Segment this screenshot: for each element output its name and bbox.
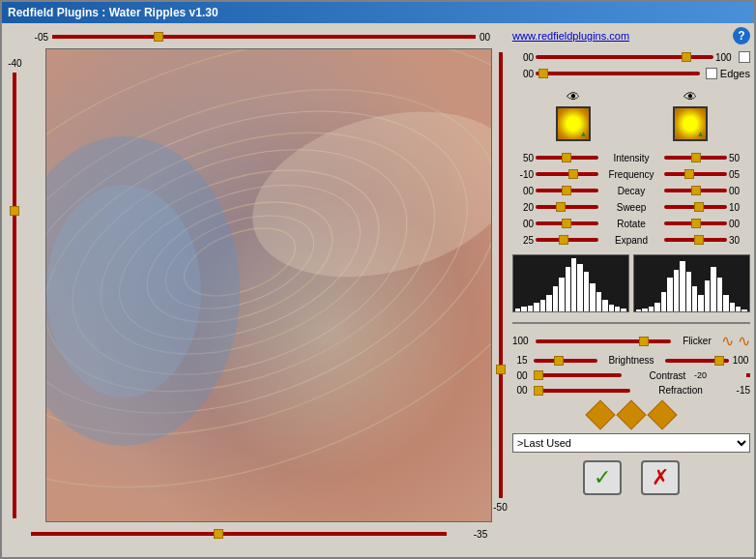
param-5-left: 25 [512,235,534,246]
brightness-thumb2[interactable] [714,356,724,366]
opacity-right-val: 100 [715,52,737,63]
bottom-slider-thumb[interactable] [214,529,223,539]
color-swatch-right[interactable] [673,106,708,141]
hist-bar [596,292,601,311]
param-4-thumb2[interactable] [691,219,701,228]
param-5-thumb[interactable] [559,235,568,245]
param-5-thumb2[interactable] [694,235,704,245]
right-slider-thumb[interactable] [496,365,506,374]
hist-bar [566,267,570,311]
ok-button[interactable]: ✓ [583,460,622,495]
param-0-thumb[interactable] [562,153,571,162]
canvas-area: -05 00 -40 [6,27,509,549]
param-1-right: 05 [729,169,750,180]
param-4-track[interactable] [536,221,598,225]
param-2-left: 00 [512,186,534,196]
param-2-thumb[interactable] [562,186,571,195]
preset-row: >Last Used Default Preset 1 Preset 2 [512,433,750,453]
param-4-label: Rotate [600,219,663,229]
param-2-track[interactable] [536,189,598,192]
opacity-checkbox[interactable] [739,51,750,63]
param-0-right: 50 [729,153,750,163]
wave-icon-2: ∿ [738,332,750,350]
param-3-track[interactable] [536,205,598,209]
preset-select[interactable]: >Last Used Default Preset 1 Preset 2 [512,433,750,453]
param-5-label: Expand [600,235,663,246]
color-swatch-left[interactable] [556,106,591,141]
contrast-sub-right: -20 [694,370,707,380]
contrast-right-marker [746,373,750,377]
brightness-track2[interactable] [665,359,729,363]
cancel-button[interactable]: ✗ [641,460,680,495]
param-3-thumb[interactable] [556,202,566,212]
param-1-thumb[interactable] [568,169,578,179]
left-slider-track[interactable] [13,73,16,518]
param-2-thumb2[interactable] [691,186,701,195]
wave-icon-1: ∿ [721,332,734,350]
bottom-slider-track[interactable] [31,532,447,536]
edges-checkbox[interactable] [706,68,717,79]
param-3-track2[interactable] [664,205,727,209]
right-slider-track[interactable] [499,52,503,498]
refraction-thumb[interactable] [534,386,543,396]
hist-bar [553,286,558,311]
top-slider-left-val: -05 [27,32,48,43]
param-2-track2[interactable] [664,189,727,192]
hist-bar [711,267,715,311]
color-picker-left: 👁 [556,89,591,141]
brightness-thumb1[interactable] [554,356,564,366]
param-2-label: Decay [600,186,663,196]
flicker-track[interactable] [536,339,671,343]
param-4-thumb[interactable] [562,219,571,228]
param-2-right: 00 [729,186,750,196]
param-1-thumb2[interactable] [684,169,694,179]
diamond-icons-row [512,404,750,426]
opacity-slider-track[interactable] [536,55,713,59]
param-0-thumb2[interactable] [691,153,701,162]
contrast-thumb1[interactable] [534,370,543,380]
refraction-right-val: -15 [729,385,750,396]
website-link[interactable]: www.redfieldplugins.com [512,30,629,42]
param-3-label: Sweep [600,202,663,213]
param-5-track2[interactable] [664,238,727,242]
param-0-track[interactable] [536,156,598,160]
opacity-row: 00 100 [512,49,750,65]
svg-point-13 [46,185,201,397]
param-3-left: 20 [512,202,534,213]
opacity2-slider[interactable] [536,72,700,75]
top-slider-track[interactable] [52,35,476,39]
hist-bar [736,307,741,311]
param-row-4: 00 Rotate 00 [512,216,750,231]
hist-bar [515,309,520,311]
opacity2-thumb[interactable] [538,69,548,78]
flicker-thumb[interactable] [639,337,649,346]
opacity-slider-thumb[interactable] [682,52,691,62]
param-4-track2[interactable] [664,221,727,225]
param-row-5: 25 Expand 30 [512,232,750,248]
contrast-track1[interactable] [534,373,622,377]
param-0-track2[interactable] [664,156,727,160]
header-row: www.redfieldplugins.com ? [512,27,750,44]
diamond-2[interactable] [616,399,646,429]
refraction-track[interactable] [534,389,630,393]
eye-icon-left[interactable]: 👁 [567,89,580,104]
brightness-track1[interactable] [534,359,597,363]
refraction-left-val: 00 [512,385,532,396]
separator [512,322,750,324]
diamond-1[interactable] [585,399,615,429]
help-button[interactable]: ? [733,27,750,44]
diamond-3[interactable] [647,399,677,429]
param-5-track[interactable] [536,238,598,242]
contrast-right-area: -20 [712,369,750,381]
param-1-track[interactable] [536,172,598,176]
top-slider-thumb[interactable] [154,32,163,42]
param-row-1: -10 Frequency 05 [512,166,750,182]
param-3-thumb2[interactable] [694,202,704,212]
hist-bar [621,309,625,311]
left-slider-thumb[interactable] [10,206,19,216]
param-1-track2[interactable] [664,172,727,176]
hist-bar [674,270,679,312]
edges-label: Edges [720,68,750,79]
eye-icon-right[interactable]: 👁 [683,89,697,104]
bottom-slider-left-val: -35 [470,529,491,540]
